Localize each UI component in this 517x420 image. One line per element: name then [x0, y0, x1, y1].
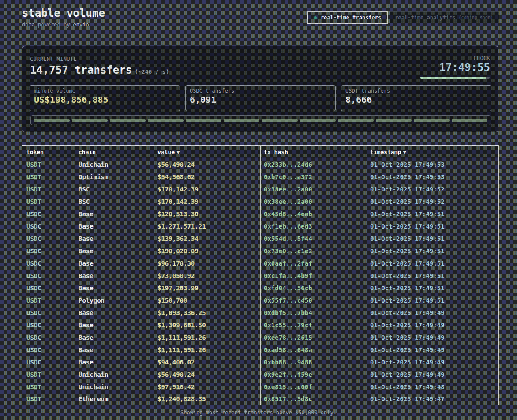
col-header-tx-hash[interactable]: tx hash — [261, 146, 367, 158]
cell-tx-hash[interactable]: 0x55f7...c450 — [261, 294, 367, 307]
cell-value: $150,700 — [154, 294, 261, 307]
cell-timestamp: 01-Oct-2025 17:49:49 — [367, 319, 499, 331]
cell-tx-hash[interactable]: 0xfd04...56cb — [261, 282, 367, 294]
cell-token: USDT — [22, 381, 75, 393]
cell-token: USDT — [22, 158, 75, 171]
cell-token: USDC — [22, 307, 75, 319]
cell-tx-hash[interactable]: 0xb7c0...a372 — [261, 171, 367, 183]
table-row: USDTUnichain$56,490.240x9e2f...f59e01-Oc… — [22, 368, 499, 381]
cell-value: $1,111,591.26 — [154, 344, 261, 356]
stat-box-minute-volume: minute volume US$198,856,885 — [30, 85, 180, 111]
cell-timestamp: 01-Oct-2025 17:49:52 — [367, 195, 499, 208]
minute-segments-bar — [30, 115, 491, 125]
cell-chain: BSC — [75, 183, 154, 195]
transfer-count: 14,757 transfers(~246 / s) — [30, 64, 169, 76]
cell-value: $56,490.24 — [154, 368, 261, 381]
col-header-value[interactable]: value▼ — [154, 146, 261, 158]
minute-segment — [224, 119, 259, 122]
cell-chain: Base — [75, 319, 154, 331]
transfers-table: token chain value▼ tx hash timestamp▼ US… — [22, 145, 499, 405]
cell-timestamp: 01-Oct-2025 17:49:49 — [367, 344, 499, 356]
col-header-token[interactable]: token — [22, 146, 75, 158]
table-row: USDCBase$94,406.020xbb88...948801-Oct-20… — [22, 356, 499, 368]
table-row: USDCBase$139,362.340x554d...5f4401-Oct-2… — [22, 232, 499, 245]
cell-tx-hash[interactable]: 0x38ee...2a00 — [261, 195, 367, 208]
cell-tx-hash[interactable]: 0x233b...24d6 — [261, 158, 367, 171]
current-minute-panel: CURRENT MINUTE 14,757 transfers(~246 / s… — [22, 46, 498, 132]
table-row: USDCBase$1,093,336.250xdbf5...7bb401-Oct… — [22, 307, 499, 319]
table-row: USDCBase$1,271,571.210xf1eb...6ed301-Oct… — [22, 220, 499, 232]
cell-tx-hash[interactable]: 0xc1fa...4b9f — [261, 270, 367, 282]
cell-tx-hash[interactable]: 0x9e2f...f59e — [261, 368, 367, 381]
minute-segment — [72, 119, 108, 122]
sort-arrow-icon: ▼ — [176, 149, 180, 155]
footer-note: Showing most recent transfers above $50,… — [0, 409, 517, 416]
cell-tx-hash[interactable]: 0xbb88...9488 — [261, 356, 367, 368]
cell-value: $54,568.62 — [154, 171, 261, 183]
cell-value: $139,362.34 — [154, 232, 261, 245]
cell-value: $197,283.99 — [154, 282, 261, 294]
cell-token: USDC — [22, 282, 75, 294]
cell-timestamp: 01-Oct-2025 17:49:47 — [367, 393, 499, 405]
cell-token: USDC — [22, 220, 75, 232]
minute-segment — [148, 119, 184, 122]
clock-progress-bar — [420, 77, 490, 79]
table-row: USDCBase$1,111,591.260xee78...261501-Oct… — [22, 331, 499, 344]
table-row: USDTUnichain$56,490.240x233b...24d601-Oc… — [22, 158, 499, 171]
cell-tx-hash[interactable]: 0x38ee...2a00 — [261, 183, 367, 195]
cell-value: $190,020.09 — [154, 245, 261, 257]
cell-timestamp: 01-Oct-2025 17:49:51 — [367, 294, 499, 307]
cell-tx-hash[interactable]: 0xad58...648a — [261, 344, 367, 356]
usdt-transfers-value: 8,666 — [345, 94, 487, 105]
table-row: USDTOptimism$54,568.620xb7c0...a37201-Oc… — [22, 171, 499, 183]
cell-tx-hash[interactable]: 0x45d8...4eab — [261, 208, 367, 220]
minute-segment — [452, 119, 487, 122]
minute-segment — [186, 119, 221, 122]
cell-timestamp: 01-Oct-2025 17:49:51 — [367, 232, 499, 245]
cell-tx-hash[interactable]: 0x73e0...c1e2 — [261, 245, 367, 257]
live-indicator-icon — [314, 16, 317, 19]
cell-token: USDC — [22, 344, 75, 356]
table-header-row: token chain value▼ tx hash timestamp▼ — [22, 146, 499, 158]
minute-segment — [110, 119, 146, 122]
table-row: USDTPolygon$150,7000x55f7...c45001-Oct-2… — [22, 294, 499, 307]
cell-tx-hash[interactable]: 0xe815...c00f — [261, 381, 367, 393]
col-header-timestamp[interactable]: timestamp▼ — [367, 146, 499, 158]
minute-segment — [300, 119, 336, 122]
cell-timestamp: 01-Oct-2025 17:49:51 — [367, 257, 499, 270]
tab-real-time-transfers[interactable]: real-time transfers — [307, 11, 388, 24]
clock-label: CLOCK — [473, 55, 490, 61]
envio-link[interactable]: envio — [73, 22, 89, 28]
cell-timestamp: 01-Oct-2025 17:49:53 — [367, 158, 499, 171]
minute-segment — [262, 119, 297, 122]
cell-tx-hash[interactable]: 0x554d...5f44 — [261, 232, 367, 245]
cell-token: USDT — [22, 393, 75, 405]
sort-arrow-icon: ▼ — [403, 149, 406, 155]
minute-segment — [338, 119, 374, 122]
cell-tx-hash[interactable]: 0x1c55...79cf — [261, 319, 367, 331]
cell-token: USDC — [22, 232, 75, 245]
cell-chain: Base — [75, 245, 154, 257]
cell-value: $1,111,591.26 — [154, 331, 261, 344]
col-header-chain[interactable]: chain — [75, 146, 154, 158]
cell-timestamp: 01-Oct-2025 17:49:52 — [367, 183, 499, 195]
cell-tx-hash[interactable]: 0xdbf5...7bb4 — [261, 307, 367, 319]
cell-token: USDC — [22, 319, 75, 331]
cell-value: $170,142.39 — [154, 195, 261, 208]
cell-tx-hash[interactable]: 0x0aaf...2faf — [261, 257, 367, 270]
table-row: USDCBase$1,111,591.260xad58...648a01-Oct… — [22, 344, 499, 356]
cell-chain: Base — [75, 307, 154, 319]
cell-chain: Unichain — [75, 368, 154, 381]
cell-tx-hash[interactable]: 0x8517...5d8c — [261, 393, 367, 405]
table-row: USDCBase$73,050.920xc1fa...4b9f01-Oct-20… — [22, 270, 499, 282]
tab-real-time-analytics[interactable]: real-time analytics (coming soon) — [390, 11, 499, 23]
cell-value: $73,050.92 — [154, 270, 261, 282]
cell-tx-hash[interactable]: 0xf1eb...6ed3 — [261, 220, 367, 232]
table-row: USDTBSC$170,142.390x38ee...2a0001-Oct-20… — [22, 195, 499, 208]
cell-chain: Base — [75, 232, 154, 245]
cell-timestamp: 01-Oct-2025 17:49:48 — [367, 381, 499, 393]
cell-value: $94,406.02 — [154, 356, 261, 368]
cell-chain: Base — [75, 282, 154, 294]
cell-token: USDC — [22, 356, 75, 368]
cell-tx-hash[interactable]: 0xee78...2615 — [261, 331, 367, 344]
